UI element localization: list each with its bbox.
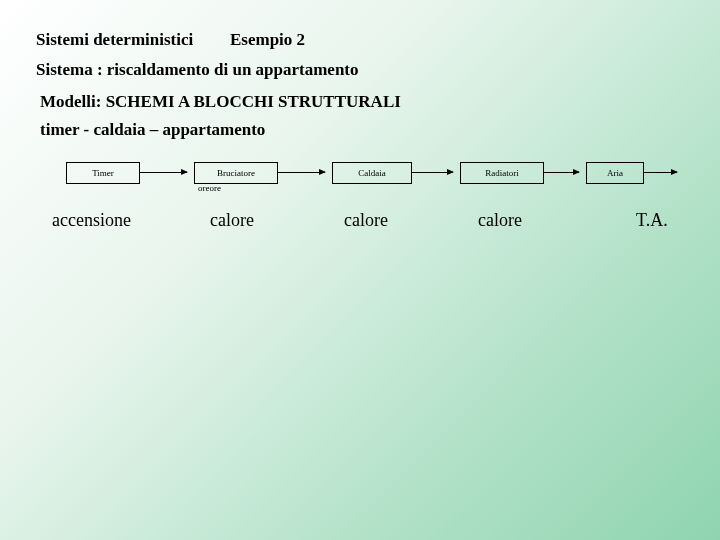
label-ta: T.A. [636, 210, 668, 231]
header-title-left: Sistemi deterministici [36, 30, 193, 50]
block-caldaia: Caldaia [332, 162, 412, 184]
header-modelli: Modelli: SCHEMI A BLOCCHI STRUTTURALI [40, 92, 401, 112]
label-calore-2: calore [344, 210, 388, 231]
block-bruciatore-sub: oreore [198, 183, 278, 193]
block-radiatori: Radiatori [460, 162, 544, 184]
block-diagram: Timer Bruciatore oreore Caldaia Radiator… [0, 162, 720, 202]
label-calore-1: calore [210, 210, 254, 231]
label-accensione: accensione [52, 210, 131, 231]
block-timer: Timer [66, 162, 140, 184]
header-title-right: Esempio 2 [230, 30, 305, 50]
arrow-icon [643, 172, 677, 173]
label-calore-3: calore [478, 210, 522, 231]
block-bruciatore: Bruciatore [194, 162, 278, 184]
arrow-icon [411, 172, 453, 173]
arrow-icon [139, 172, 187, 173]
block-aria: Aria [586, 162, 644, 184]
header-chain: timer - caldaia – appartamento [40, 120, 265, 140]
arrow-icon [277, 172, 325, 173]
header-subtitle: Sistema : riscaldamento di un appartamen… [36, 60, 359, 80]
arrow-icon [543, 172, 579, 173]
